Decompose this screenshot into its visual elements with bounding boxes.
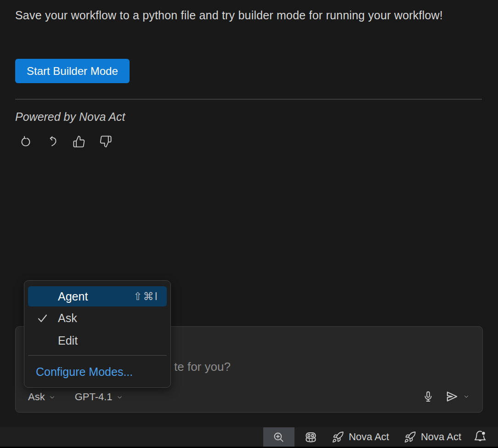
- thumbs-up-icon: [73, 135, 85, 148]
- microphone-button[interactable]: [421, 389, 436, 404]
- menu-item-label: Edit: [58, 334, 78, 347]
- notifications-button[interactable]: [469, 427, 489, 447]
- nova-act-label: Nova Act: [349, 431, 389, 443]
- menu-item-shortcut: ⇧⌘I: [133, 290, 158, 303]
- send-button[interactable]: [444, 388, 460, 405]
- menu-item-label: Ask: [58, 312, 77, 325]
- panel-message: Save your workflow to a python file and …: [15, 6, 456, 25]
- configure-modes-link[interactable]: Configure Modes...: [24, 359, 170, 387]
- copilot-button[interactable]: [297, 427, 324, 447]
- feedback-toolbar: [18, 134, 113, 149]
- bell-icon: [473, 430, 487, 444]
- thumbs-down-icon: [99, 135, 112, 148]
- menu-item-label: Agent: [58, 290, 88, 303]
- divider: [15, 99, 482, 100]
- copilot-icon: [304, 430, 318, 444]
- mode-dropdown-menu: Agent ⇧⌘I Ask Edit Configure Modes...: [24, 280, 171, 388]
- chat-controls-right: [421, 388, 470, 405]
- menu-item-agent[interactable]: Agent ⇧⌘I: [28, 286, 167, 306]
- zoom-in-button[interactable]: [263, 427, 294, 447]
- chat-input-placeholder: te for you?: [174, 360, 231, 374]
- retry-icon: [19, 135, 32, 148]
- chat-controls-left: Ask GPT-4.1: [28, 391, 123, 403]
- chevron-down-icon: [49, 394, 56, 401]
- thumbs-down-button[interactable]: [98, 134, 113, 149]
- nova-act-status-item-1[interactable]: Nova Act: [324, 427, 396, 447]
- nova-act-label: Nova Act: [421, 431, 461, 443]
- checkmark-icon: [36, 312, 58, 324]
- rocket-icon: [404, 431, 416, 443]
- rocket-icon: [332, 431, 344, 443]
- thumbs-up-button[interactable]: [72, 134, 86, 149]
- chevron-down-icon: [116, 394, 123, 401]
- model-picker-label: GPT-4.1: [75, 391, 113, 403]
- mode-picker-label: Ask: [28, 391, 45, 403]
- microphone-icon: [422, 390, 435, 403]
- start-builder-mode-button[interactable]: Start Builder Mode: [15, 59, 130, 83]
- undo-button[interactable]: [45, 134, 60, 149]
- retry-button[interactable]: [18, 134, 33, 149]
- send-icon: [445, 389, 459, 404]
- status-bar: Nova Act Nova Act: [0, 427, 498, 447]
- mode-picker[interactable]: Ask: [28, 391, 56, 403]
- send-group: [444, 388, 470, 405]
- nova-act-status-item-2[interactable]: Nova Act: [396, 427, 469, 447]
- menu-item-edit[interactable]: Edit: [24, 329, 170, 352]
- menu-divider: [28, 355, 167, 356]
- menu-item-ask[interactable]: Ask: [24, 306, 170, 329]
- chevron-down-icon: [463, 393, 470, 400]
- powered-by-label: Powered by Nova Act: [15, 110, 125, 124]
- send-options-button[interactable]: [462, 392, 470, 401]
- model-picker[interactable]: GPT-4.1: [75, 391, 123, 403]
- zoom-in-icon: [272, 431, 285, 443]
- undo-icon: [46, 135, 59, 148]
